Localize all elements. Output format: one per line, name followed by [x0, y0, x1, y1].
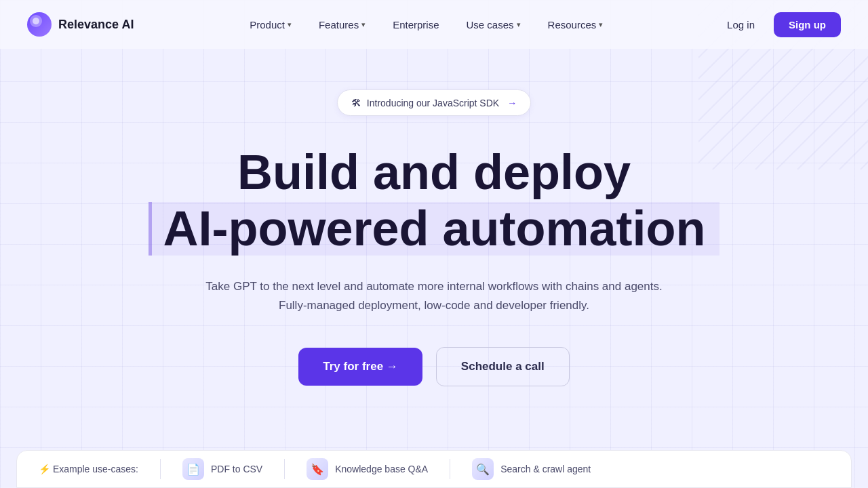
nav-links: Product ▾ Features ▾ Enterprise Use case…	[237, 14, 615, 36]
try-for-free-button[interactable]: Try for free →	[298, 348, 422, 386]
navbar: Relevance AI Product ▾ Features ▾ Enterp…	[0, 0, 868, 49]
nav-actions: Log in Sign up	[719, 12, 841, 37]
signup-button[interactable]: Sign up	[774, 12, 841, 37]
banner-arrow: →	[507, 98, 517, 108]
nav-item-resources[interactable]: Resources ▾	[536, 14, 616, 36]
headline-line1: Build and deploy	[149, 146, 719, 199]
use-case-kb: 🔖 Knowledge base Q&A	[307, 458, 428, 480]
kb-icon: 🔖	[307, 458, 328, 480]
use-cases-strip: ⚡ Example use-cases: 📄 PDF to CSV 🔖 Know…	[16, 450, 852, 488]
nav-item-product[interactable]: Product ▾	[237, 14, 304, 36]
logo-icon	[27, 12, 52, 37]
headline-container: Build and deploy AI-powered automation	[149, 146, 719, 256]
chevron-down-icon: ▾	[599, 20, 603, 29]
strip-divider	[160, 459, 161, 479]
banner-text: Introducing our JavaScript SDK	[367, 98, 499, 108]
logo-link[interactable]: Relevance AI	[27, 12, 134, 37]
chevron-down-icon: ▾	[288, 20, 292, 29]
nav-item-enterprise[interactable]: Enterprise	[380, 14, 451, 36]
login-button[interactable]: Log in	[719, 14, 763, 36]
nav-item-features[interactable]: Features ▾	[307, 14, 378, 36]
strip-divider-3	[450, 459, 450, 479]
chevron-down-icon: ▾	[361, 20, 366, 29]
banner-emoji: 🛠	[351, 97, 361, 108]
headline-line2-wrapper-outer: AI-powered automation	[149, 202, 719, 256]
use-case-search: 🔍 Search & crawl agent	[472, 458, 591, 480]
hero-subtitle: Take GPT to the next level and automate …	[205, 277, 662, 314]
nav-item-usecases[interactable]: Use cases ▾	[454, 14, 533, 36]
use-case-pdf: 📄 PDF to CSV	[182, 458, 262, 480]
sdk-banner[interactable]: 🛠 Introducing our JavaScript SDK →	[337, 89, 531, 116]
headline-highlight-wrapper: AI-powered automation	[149, 202, 719, 256]
hero-section: 🛠 Introducing our JavaScript SDK → Build…	[0, 49, 868, 386]
pdf-icon: 📄	[182, 458, 204, 480]
headline-line2: AI-powered automation	[149, 202, 719, 256]
search-agent-icon: 🔍	[472, 458, 494, 480]
use-cases-label: ⚡ Example use-cases:	[39, 464, 138, 474]
schedule-call-button[interactable]: Schedule a call	[436, 347, 570, 386]
chevron-down-icon: ▾	[517, 20, 521, 29]
strip-divider-2	[284, 459, 285, 479]
brand-name: Relevance AI	[58, 18, 134, 32]
cta-buttons: Try for free → Schedule a call	[298, 347, 569, 386]
